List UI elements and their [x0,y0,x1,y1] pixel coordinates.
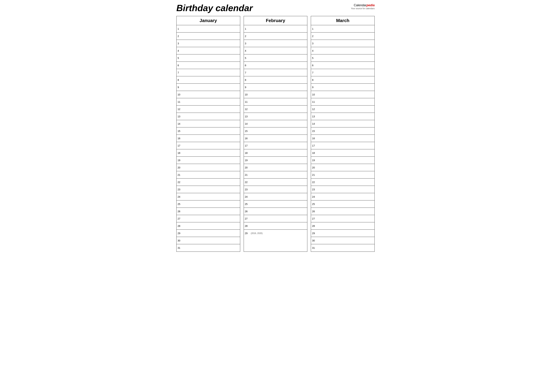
day-number: 10 [312,93,317,96]
day-number: 12 [312,108,317,111]
month-column-january: January123456789101112131415161718192021… [176,16,240,252]
table-row: 12 [177,105,240,113]
day-number: 22 [177,181,183,184]
table-row: 19 [177,157,240,164]
table-row: 20 [244,164,307,171]
table-row: 2 [244,33,307,40]
day-number: 26 [177,210,183,213]
table-row: 28 [311,222,374,230]
day-number: 15 [245,130,250,133]
day-number: 18 [312,152,317,154]
table-row: 24 [311,193,374,200]
table-row: 1 [177,25,240,33]
day-number: 10 [245,93,250,96]
table-row: 23 [311,186,374,193]
table-row: 5 [177,54,240,62]
table-row: 14 [244,120,307,127]
table-row: 10 [311,91,374,98]
table-row: 2 [311,33,374,40]
day-number: 11 [245,100,250,103]
day-number: 19 [245,159,250,162]
day-number: 4 [245,49,250,52]
table-row: 28 [244,222,307,230]
month-column-march: March12345678910111213141516171819202122… [311,16,375,252]
day-number: 26 [312,210,317,213]
table-row: 4 [311,47,374,54]
day-number: 8 [312,79,317,81]
table-row: 4 [244,47,307,54]
table-row: 15 [177,127,240,135]
table-row: 17 [311,142,374,149]
day-number: 19 [177,159,183,162]
day-number: 12 [245,108,250,111]
day-number: 20 [245,166,250,169]
table-row: 22 [311,179,374,186]
table-row: 14 [177,120,240,127]
table-row: 3 [311,40,374,47]
table-row: 9 [177,84,240,91]
month-column-february: February12345678910111213141516171819202… [244,16,308,252]
table-row: 15 [244,127,307,135]
month-name-february: February [244,18,307,23]
table-row: 8 [177,76,240,84]
day-number: 29 [177,232,183,235]
day-number: 17 [312,144,317,147]
table-row: 5 [244,54,307,62]
table-row: 29(2016, 2020) [244,230,307,237]
table-row: 18 [311,149,374,157]
table-row: 26 [311,208,374,215]
day-number: 19 [312,159,317,162]
day-number: 16 [245,137,250,140]
table-row: 14 [311,120,374,127]
table-row: 19 [244,157,307,164]
table-row: 5 [311,54,374,62]
table-row: 24 [177,193,240,200]
table-row: 6 [177,62,240,69]
day-number: 4 [177,49,183,52]
calendar-grid: January123456789101112131415161718192021… [176,16,375,252]
day-number: 2 [312,35,317,38]
day-number: 24 [312,195,317,198]
table-row: 7 [177,69,240,76]
table-row: 8 [311,76,374,84]
logo-text: Calendarpedia [351,3,375,7]
day-number: 29 [245,232,250,235]
day-number: 18 [177,152,183,154]
table-row: 12 [244,105,307,113]
table-row: 2 [177,33,240,40]
day-number: 3 [312,42,317,45]
month-header-march: March [311,16,374,25]
day-number: 28 [245,224,250,227]
table-row: 17 [244,142,307,149]
table-row: 8 [244,76,307,84]
table-row: 21 [177,171,240,179]
day-number: 26 [245,210,250,213]
day-number: 28 [312,224,317,227]
day-number: 17 [245,144,250,147]
table-row: 1 [311,25,374,33]
table-row: 20 [311,164,374,171]
table-row: 17 [177,142,240,149]
table-row: 9 [311,84,374,91]
day-number: 2 [245,35,250,38]
table-row: 9 [244,84,307,91]
table-row: 15 [311,127,374,135]
table-row: 21 [311,171,374,179]
table-row: 6 [244,62,307,69]
day-number: 5 [245,57,250,59]
day-number: 29 [312,232,317,235]
table-row: 29 [177,230,240,237]
day-number: 21 [177,174,183,176]
day-number: 9 [312,86,317,89]
day-number: 27 [245,217,250,220]
table-row: 16 [244,135,307,142]
page-title: Birthday calendar [176,3,253,13]
day-number: 4 [312,49,317,52]
day-note: (2016, 2020) [251,232,263,235]
day-number: 15 [177,130,183,133]
table-row: 3 [244,40,307,47]
table-row: 21 [244,171,307,179]
day-number: 11 [312,100,317,103]
day-number: 25 [177,203,183,205]
day-number: 16 [177,137,183,140]
